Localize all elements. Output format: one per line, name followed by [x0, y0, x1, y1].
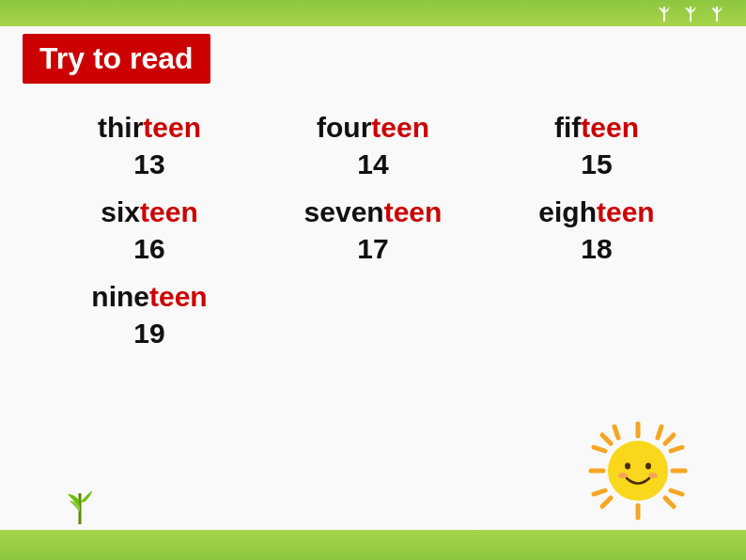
svg-line-6 — [665, 435, 674, 443]
svg-line-4 — [602, 435, 611, 443]
svg-line-9 — [658, 427, 661, 438]
number-13: 13 — [133, 148, 164, 180]
word-cell-empty1 — [261, 272, 485, 357]
word-cell-seventeen: seventeen 17 — [261, 188, 485, 272]
word-cell-fourteen: fourteen 14 — [261, 103, 485, 188]
word-fifteen-prefix: fif — [554, 112, 581, 143]
word-sixteen-suffix: teen — [140, 196, 198, 227]
svg-point-14 — [608, 441, 668, 501]
word-nineteen-suffix: teen — [149, 281, 208, 312]
number-16: 16 — [133, 233, 164, 265]
plant-decoration — [56, 479, 103, 530]
svg-line-11 — [594, 490, 605, 494]
word-sixteen-prefix: six — [101, 196, 140, 227]
svg-point-16 — [645, 463, 651, 470]
word-fifteen: fifteen — [554, 111, 639, 145]
svg-line-8 — [614, 427, 618, 438]
word-cell-eighteen: eighteen 18 — [485, 188, 708, 272]
word-cell-nineteen: nineteen 19 — [38, 272, 261, 357]
number-19: 19 — [133, 318, 164, 350]
word-eighteen-prefix: eigh — [538, 196, 597, 227]
number-17: 17 — [357, 233, 388, 265]
svg-line-10 — [594, 447, 605, 451]
word-thirteen-suffix: teen — [143, 112, 201, 143]
svg-point-15 — [625, 463, 630, 470]
number-15: 15 — [581, 148, 612, 180]
sun-svg — [586, 419, 690, 522]
word-cell-thirteen: thirteen 13 — [38, 103, 261, 188]
word-eighteen: eighteen — [538, 195, 654, 229]
word-fifteen-suffix: teen — [581, 112, 639, 143]
svg-line-5 — [665, 498, 674, 506]
svg-line-7 — [602, 498, 611, 506]
word-nineteen: nineteen — [91, 280, 207, 314]
word-fourteen: fourteen — [317, 111, 429, 145]
svg-line-12 — [671, 447, 682, 451]
word-fourteen-suffix: teen — [371, 112, 429, 143]
word-seventeen-prefix: seven — [304, 196, 384, 227]
words-grid: thirteen 13 fourteen 14 fifteen 15 sixte… — [38, 103, 708, 357]
sun-decoration — [586, 419, 690, 522]
word-seventeen-suffix: teen — [384, 196, 443, 227]
word-eighteen-suffix: teen — [597, 196, 655, 227]
number-18: 18 — [581, 233, 612, 265]
plant-svg — [56, 479, 103, 526]
word-sixteen: sixteen — [101, 195, 197, 229]
number-14: 14 — [357, 148, 388, 180]
sprout-icon-2 — [680, 3, 701, 23]
word-seventeen: seventeen — [304, 195, 443, 229]
word-cell-fifteen: fifteen 15 — [485, 103, 708, 188]
sprout-icons — [654, 3, 727, 23]
svg-line-13 — [671, 490, 682, 494]
sprout-icon-1 — [654, 3, 675, 23]
sprout-icon-3 — [707, 3, 727, 23]
top-bar — [0, 0, 746, 26]
word-fourteen-prefix: four — [317, 112, 371, 143]
title-box: Try to read — [23, 34, 210, 84]
title-text: Try to read — [39, 41, 194, 75]
word-cell-empty2 — [485, 272, 708, 357]
word-thirteen-prefix: thir — [98, 112, 143, 143]
bottom-bar — [0, 530, 746, 560]
word-thirteen: thirteen — [98, 111, 201, 145]
word-cell-sixteen: sixteen 16 — [38, 188, 261, 272]
word-nineteen-prefix: nine — [91, 281, 149, 312]
